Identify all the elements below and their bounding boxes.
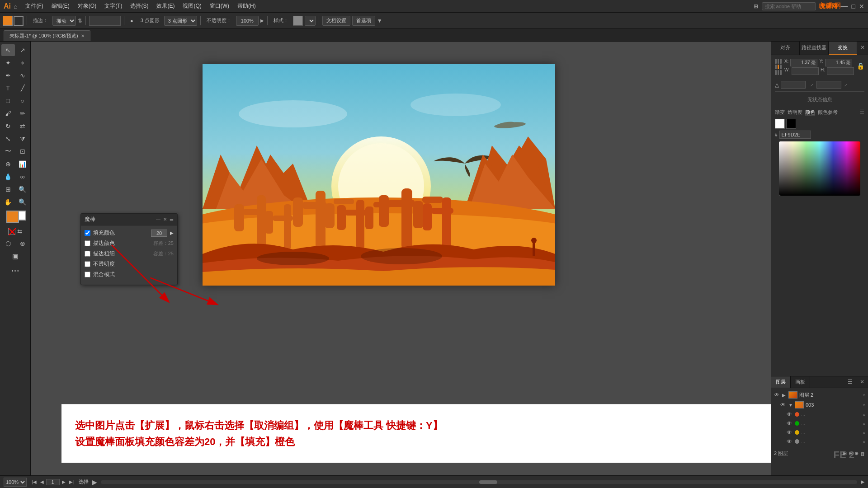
scroll-bar-h[interactable] bbox=[101, 480, 857, 484]
artboards-tab[interactable]: 画板 bbox=[791, 376, 810, 388]
ellipse-tool[interactable]: ○ bbox=[16, 95, 29, 107]
make-layer-comp[interactable]: ⊞ bbox=[843, 450, 847, 456]
home-icon[interactable]: ⌂ bbox=[14, 3, 17, 10]
opacity-arrow[interactable]: ▶ bbox=[260, 18, 264, 23]
menu-edit[interactable]: 编辑(E) bbox=[48, 1, 73, 11]
shear-input[interactable] bbox=[816, 81, 841, 89]
panel-close-btn[interactable]: ✕ bbox=[857, 42, 868, 55]
layer-options-btn[interactable]: 🗑 bbox=[860, 451, 865, 456]
color-tab-active[interactable]: 颜色 bbox=[805, 109, 815, 116]
swap-colors-icon[interactable]: ⇆ bbox=[17, 228, 23, 235]
style-swatch[interactable] bbox=[293, 16, 303, 26]
fill-color-checkbox[interactable] bbox=[85, 230, 90, 236]
layers-panel-menu[interactable]: ☰ bbox=[844, 376, 856, 388]
layer-eye-red[interactable]: 👁 bbox=[787, 411, 793, 418]
hand-tool[interactable]: ✋ bbox=[1, 196, 15, 208]
white-swatch[interactable] bbox=[775, 119, 785, 129]
curvature-tool[interactable]: ∿ bbox=[16, 70, 29, 81]
doc-tab-close[interactable]: ✕ bbox=[81, 33, 85, 38]
layer-eye-green[interactable]: 👁 bbox=[787, 420, 793, 427]
menu-window[interactable]: 窗口(W) bbox=[206, 1, 233, 11]
preference-arrow[interactable]: ▼ bbox=[377, 18, 382, 24]
shape-builder[interactable]: ⊕ bbox=[1, 158, 15, 170]
scale-tool[interactable]: ⤡ bbox=[1, 133, 15, 145]
rect-tool[interactable]: □ bbox=[1, 95, 15, 107]
add-layer-btn[interactable]: ⊕ bbox=[854, 450, 859, 456]
panel-minimize[interactable]: — bbox=[156, 217, 160, 222]
prev-page-btn[interactable]: ◀ bbox=[39, 479, 45, 485]
lock-icon[interactable]: 🔒 bbox=[857, 62, 864, 75]
color-wheel[interactable] bbox=[779, 141, 860, 196]
next-page-btn[interactable]: ▶ bbox=[61, 479, 67, 485]
layer-circle-yellow[interactable]: ○ bbox=[863, 430, 865, 435]
none-color-icon[interactable] bbox=[8, 228, 15, 235]
layer-sub-yellow[interactable]: 👁 ... ○ bbox=[771, 428, 868, 437]
fill-tolerance-arrow[interactable]: ▶ bbox=[170, 230, 174, 235]
layer-row-2[interactable]: 👁 ▶ 图层 2 ○ bbox=[771, 390, 868, 400]
tab-align[interactable]: 对齐 bbox=[771, 42, 800, 55]
layer-eye-yellow[interactable]: 👁 bbox=[787, 429, 793, 436]
line-tool[interactable]: ╱ bbox=[16, 82, 29, 94]
blend-checkbox[interactable] bbox=[85, 272, 90, 277]
menu-view[interactable]: 视图(Q) bbox=[179, 1, 205, 11]
foreground-color[interactable] bbox=[6, 211, 19, 223]
page-input[interactable] bbox=[46, 479, 60, 485]
reflect-tool[interactable]: ⇄ bbox=[16, 120, 29, 132]
color-guide[interactable]: ⬡ bbox=[1, 238, 15, 249]
layer-circle-green[interactable]: ○ bbox=[863, 421, 865, 426]
delete-layer-btn[interactable]: ⊟ bbox=[849, 450, 853, 456]
panel-menu[interactable]: ☰ bbox=[170, 217, 174, 222]
stroke-arrows[interactable]: ⇅ bbox=[78, 18, 82, 24]
type-tool[interactable]: T bbox=[1, 82, 15, 94]
constrain-input[interactable] bbox=[781, 81, 806, 89]
direct-select-tool[interactable]: ↗ bbox=[16, 44, 29, 56]
pencil-tool[interactable]: ✏ bbox=[16, 108, 29, 119]
shear-tool[interactable]: ⧩ bbox=[16, 133, 29, 145]
layout-icon[interactable]: ⊞ bbox=[754, 3, 758, 9]
menu-object[interactable]: 对象(O) bbox=[74, 1, 100, 11]
paintbrush-tool[interactable]: 🖌 bbox=[1, 108, 15, 119]
stroke-color-checkbox[interactable] bbox=[85, 240, 90, 246]
doc-settings-btn[interactable]: 文档设置 bbox=[322, 16, 350, 26]
tab-pathfinder[interactable]: 路径查找器 bbox=[800, 42, 828, 55]
warp-tool[interactable]: 〜 bbox=[1, 145, 15, 157]
stroke-swatch[interactable] bbox=[14, 16, 24, 26]
blend-tool[interactable]: ∞ bbox=[16, 171, 29, 183]
chart-tool[interactable]: 📊 bbox=[16, 158, 29, 170]
artboard-tool[interactable]: ▣ bbox=[9, 250, 22, 262]
pen-tool[interactable]: ✒ bbox=[1, 70, 15, 81]
fill-color-swatch[interactable] bbox=[3, 16, 13, 26]
symbol-tool[interactable]: ⊛ bbox=[16, 238, 29, 249]
x-input[interactable] bbox=[790, 59, 817, 66]
layers-panel-close[interactable]: ✕ bbox=[856, 376, 868, 388]
layer-expand-2[interactable]: ▶ bbox=[782, 393, 787, 398]
opacity-input[interactable] bbox=[236, 16, 259, 26]
menu-file[interactable]: 文件(F) bbox=[22, 1, 47, 11]
document-tab[interactable]: 未标题-1* @ 100% (RGB/预览) ✕ bbox=[4, 30, 90, 41]
last-page-btn[interactable]: ▶| bbox=[68, 479, 75, 485]
stroke-width-checkbox[interactable] bbox=[85, 251, 90, 257]
hex-input[interactable] bbox=[779, 131, 811, 139]
layer-eye-2[interactable]: 👁 bbox=[774, 392, 780, 398]
point-select[interactable]: 3 点圆形 bbox=[164, 16, 197, 26]
scroll-right-btn[interactable]: ▶ bbox=[861, 479, 864, 485]
rotate-tool[interactable]: ↻ bbox=[1, 120, 15, 132]
stroke-mode-select[interactable]: 撇动 bbox=[52, 16, 76, 26]
layer-sub-green[interactable]: 👁 ... ○ bbox=[771, 419, 868, 428]
zoom-select[interactable]: 100% bbox=[4, 478, 27, 487]
layer-eye-003[interactable]: 👁 bbox=[780, 402, 787, 408]
window-max-icon[interactable]: □ bbox=[852, 3, 855, 10]
select-tool[interactable]: ↖ bbox=[1, 44, 15, 56]
menu-help[interactable]: 帮助(H) bbox=[234, 1, 259, 11]
opacity-checkbox[interactable] bbox=[85, 261, 90, 267]
tab-transform[interactable]: 变换 bbox=[829, 42, 857, 55]
lasso-tool[interactable]: ⌖ bbox=[16, 57, 29, 69]
play-btn[interactable]: ▶ bbox=[92, 479, 97, 486]
free-transform[interactable]: ⊡ bbox=[16, 145, 29, 157]
slice-tool[interactable]: ⊞ bbox=[1, 183, 15, 195]
transform-grid-icon[interactable] bbox=[775, 59, 782, 75]
panel-close[interactable]: ✕ bbox=[163, 217, 167, 222]
zoom-tool[interactable]: 🔍 bbox=[16, 183, 29, 195]
first-page-btn[interactable]: |◀ bbox=[30, 479, 38, 485]
layer-circle-gray[interactable]: ○ bbox=[863, 439, 865, 444]
